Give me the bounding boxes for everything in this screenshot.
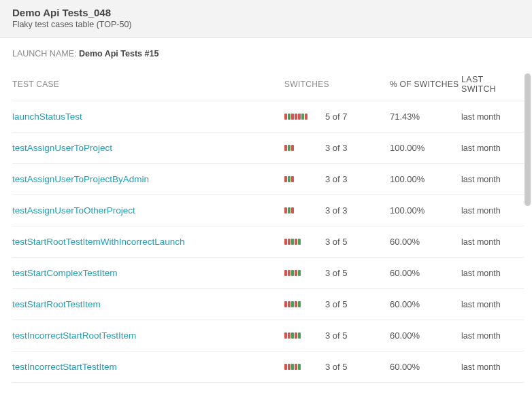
- switch-pattern-icon: [284, 270, 325, 277]
- last-switch: last month: [461, 237, 516, 247]
- switches-percent: 60.00%: [390, 237, 461, 247]
- switch-pattern-icon: [284, 364, 325, 371]
- switches-percent: 60.00%: [390, 299, 461, 309]
- switches-percent: 60.00%: [390, 362, 461, 372]
- last-switch: last month: [461, 206, 516, 216]
- switches-count: 3 of 5: [325, 330, 390, 341]
- table-row: testIncorrectStartTestItem3 of 560.00%la…: [12, 352, 524, 383]
- switches-count: 3 of 3: [325, 174, 390, 184]
- panel-title: Demo Api Tests_048: [12, 7, 520, 18]
- launch-label: LAUNCH NAME:: [12, 49, 76, 58]
- test-case-link[interactable]: testIncorrectStartRootTestItem: [12, 330, 136, 341]
- table-row: testStartComplexTestItem3 of 560.00%last…: [12, 258, 524, 289]
- table-row: testStartRootTestItemWithIncorrectLaunch…: [12, 226, 524, 258]
- switch-pattern-icon: [284, 176, 325, 183]
- test-case-link[interactable]: launchStatusTest: [12, 112, 82, 122]
- switches-count: 3 of 5: [325, 299, 390, 309]
- test-case-link[interactable]: testAssignUserToProject: [12, 143, 112, 153]
- col-header-last-switch[interactable]: LAST SWITCH: [461, 75, 516, 94]
- col-header-switches[interactable]: SWITCHES: [284, 80, 390, 89]
- switches-count: 3 of 5: [325, 268, 390, 278]
- last-switch: last month: [461, 143, 516, 153]
- col-header-percent[interactable]: % OF SWITCHES: [390, 80, 461, 89]
- switch-pattern-icon: [284, 239, 325, 245]
- flaky-tests-panel: Demo Api Tests_048 Flaky test cases tabl…: [0, 0, 532, 393]
- switches-percent: 100.00%: [390, 143, 461, 153]
- last-switch: last month: [461, 362, 516, 372]
- col-header-testcase[interactable]: TEST CASE: [12, 80, 284, 89]
- panel-header: Demo Api Tests_048 Flaky test cases tabl…: [0, 0, 532, 38]
- switches-percent: 60.00%: [390, 268, 461, 278]
- launch-name: Demo Api Tests #15: [79, 49, 159, 58]
- vertical-scrollbar[interactable]: [525, 73, 531, 206]
- switch-pattern-icon: [284, 332, 325, 339]
- table-scroll[interactable]: TEST CASE SWITCHES % OF SWITCHES LAST SW…: [0, 67, 532, 393]
- panel-subtitle: Flaky test cases table (TOP-50): [12, 20, 520, 29]
- last-switch: last month: [461, 331, 516, 341]
- switches-count: 3 of 3: [325, 205, 390, 216]
- switches-count: 3 of 3: [325, 143, 390, 153]
- switches-count: 5 of 7: [325, 112, 390, 122]
- table-header-row: TEST CASE SWITCHES % OF SWITCHES LAST SW…: [12, 67, 524, 101]
- test-case-link[interactable]: testStartRootTestItem: [12, 299, 101, 309]
- table-row: testAssignUserToProject3 of 3100.00%last…: [12, 133, 524, 164]
- switches-count: 3 of 5: [325, 362, 390, 372]
- last-switch: last month: [461, 175, 516, 184]
- switches-percent: 60.00%: [390, 330, 461, 341]
- last-switch: last month: [461, 269, 516, 278]
- table-row: testAssignUserToProjectByAdmin3 of 3100.…: [12, 164, 524, 195]
- switches-percent: 71.43%: [390, 112, 461, 122]
- switch-pattern-icon: [284, 114, 325, 120]
- last-switch: last month: [461, 112, 516, 122]
- test-case-link[interactable]: testStartRootTestItemWithIncorrectLaunch: [12, 237, 185, 247]
- test-case-link[interactable]: testAssignUserToProjectByAdmin: [12, 174, 149, 184]
- table-row: testAssignUserToOtherProject3 of 3100.00…: [12, 195, 524, 226]
- switch-pattern-icon: [284, 301, 325, 308]
- table-row: testIncorrectStartRootTestItem3 of 560.0…: [12, 320, 524, 352]
- test-case-link[interactable]: testStartComplexTestItem: [12, 268, 118, 278]
- switches-percent: 100.00%: [390, 174, 461, 184]
- table-row: testStartRootTestItem3 of 560.00%last mo…: [12, 289, 524, 320]
- test-case-link[interactable]: testIncorrectStartTestItem: [12, 362, 117, 372]
- switch-pattern-icon: [284, 207, 325, 214]
- switches-count: 3 of 5: [325, 237, 390, 247]
- test-case-link[interactable]: testAssignUserToOtherProject: [12, 205, 135, 216]
- switches-percent: 100.00%: [390, 205, 461, 216]
- flaky-tests-table: TEST CASE SWITCHES % OF SWITCHES LAST SW…: [0, 67, 532, 383]
- launch-line: LAUNCH NAME: Demo Api Tests #15: [0, 38, 532, 63]
- switch-pattern-icon: [284, 145, 325, 152]
- last-switch: last month: [461, 300, 516, 309]
- table-row: launchStatusTest5 of 771.43%last month: [12, 101, 524, 133]
